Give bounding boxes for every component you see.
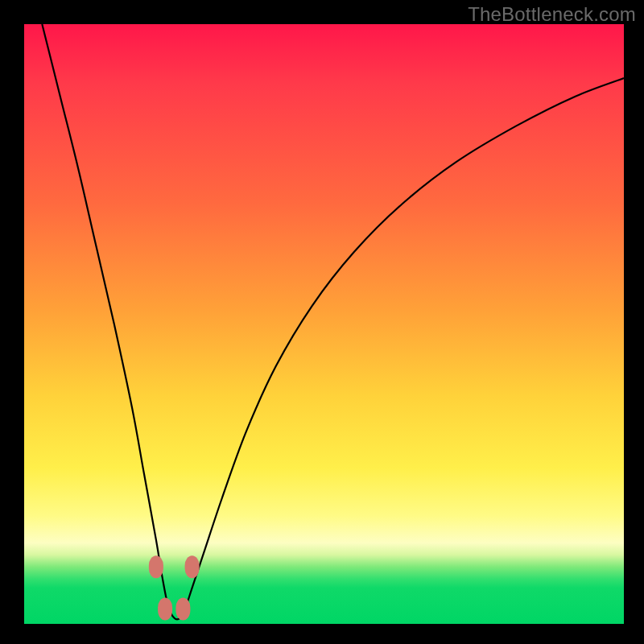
- plot-area: [24, 24, 624, 624]
- curve-marker-3: [185, 555, 200, 578]
- curve-marker-0: [149, 555, 163, 578]
- watermark-text: TheBottleneck.com: [468, 3, 636, 26]
- bottleneck-curve: [42, 24, 624, 619]
- curve-marker-1: [158, 597, 172, 620]
- curve-marker-2: [175, 597, 190, 620]
- chart-frame: TheBottleneck.com: [0, 0, 644, 644]
- curve-svg: [24, 24, 624, 624]
